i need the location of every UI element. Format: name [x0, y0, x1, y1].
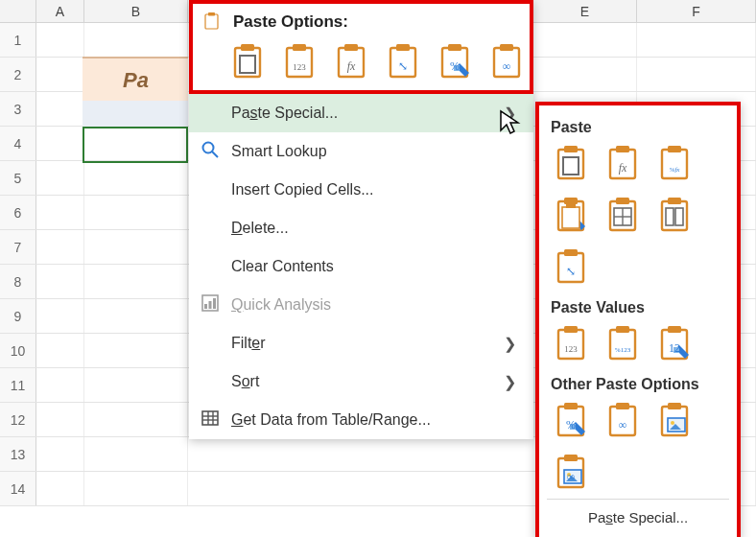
- paste-column-widths-icon[interactable]: [654, 194, 697, 236]
- cell[interactable]: [36, 127, 84, 160]
- cell[interactable]: [36, 265, 84, 298]
- cell[interactable]: [188, 437, 533, 471]
- cell[interactable]: [36, 23, 84, 57]
- paste-formatting-icon[interactable]: %: [437, 40, 475, 82]
- cell[interactable]: [36, 334, 84, 367]
- cell[interactable]: [36, 58, 84, 91]
- col-header-A[interactable]: A: [36, 0, 84, 22]
- svg-text:fx: fx: [347, 59, 356, 73]
- cell[interactable]: [84, 161, 188, 195]
- select-all-corner[interactable]: [0, 0, 36, 22]
- svg-rect-25: [566, 203, 576, 208]
- cell[interactable]: [84, 472, 188, 505]
- row-header[interactable]: 4: [0, 127, 36, 160]
- menu-item-insert_copied[interactable]: Insert Copied Cells...: [189, 171, 533, 209]
- cell[interactable]: [84, 403, 188, 436]
- paste-formatting-icon[interactable]: %: [551, 399, 593, 441]
- flyout-icon-row: 123%12312: [547, 322, 729, 370]
- flyout-section-title: Other Paste Options: [547, 370, 729, 399]
- cell[interactable]: [637, 23, 756, 57]
- menu-item-smart_lookup[interactable]: Smart Lookup: [189, 132, 533, 171]
- menu-item-filter[interactable]: Filter❯: [189, 324, 533, 362]
- cell[interactable]: [36, 368, 84, 402]
- svg-text:123: 123: [564, 344, 578, 354]
- cell[interactable]: [533, 58, 637, 91]
- cell[interactable]: [36, 161, 84, 195]
- paste-link-icon[interactable]: ∞: [602, 399, 645, 441]
- cell[interactable]: [533, 23, 637, 57]
- menu-item-get_data[interactable]: Get Data from Table/Range...: [189, 401, 533, 439]
- flyout-paste-special[interactable]: Paste Special...: [547, 499, 729, 533]
- row-header[interactable]: 1: [0, 23, 36, 57]
- svg-text:%: %: [450, 59, 460, 73]
- svg-text:∞: ∞: [619, 418, 627, 432]
- cell[interactable]: [188, 472, 533, 505]
- col-header-E[interactable]: E: [533, 0, 637, 22]
- menu-item-label: Quick Analysis: [231, 296, 331, 314]
- cell[interactable]: [84, 230, 188, 264]
- svg-text:fx: fx: [619, 161, 627, 175]
- paste-linked-picture-icon[interactable]: ∞: [551, 451, 593, 493]
- menu-item-paste_special[interactable]: Paste Special...❯: [189, 94, 533, 132]
- cell[interactable]: [84, 196, 188, 229]
- paste-all-icon[interactable]: [551, 142, 593, 184]
- cell[interactable]: [637, 58, 756, 91]
- svg-rect-14: [213, 298, 216, 309]
- paste-values-source-fmt-icon[interactable]: 12: [654, 322, 697, 364]
- cell[interactable]: [36, 299, 84, 333]
- paste-formulas-icon[interactable]: fx: [333, 40, 371, 82]
- row-header[interactable]: 3: [0, 92, 36, 126]
- cell[interactable]: [36, 230, 84, 264]
- cell[interactable]: [36, 92, 84, 126]
- row-header[interactable]: 14: [0, 472, 36, 505]
- row-header[interactable]: 2: [0, 58, 36, 91]
- paste-transpose-icon[interactable]: ⤡: [551, 245, 593, 288]
- cell[interactable]: [36, 403, 84, 436]
- cell[interactable]: [84, 368, 188, 402]
- row-header[interactable]: 10: [0, 334, 36, 367]
- paste-picture-icon[interactable]: [654, 399, 697, 441]
- paste-values-icon[interactable]: 123: [551, 322, 593, 364]
- cell[interactable]: [36, 437, 84, 471]
- paste-options-group: Paste Options: 123fx⤡%∞: [189, 0, 533, 94]
- paste-link-icon[interactable]: ∞: [488, 40, 527, 82]
- paste-transpose-icon[interactable]: ⤡: [385, 40, 423, 82]
- context-menu: Paste Options: 123fx⤡%∞ Paste Special...…: [189, 0, 533, 439]
- menu-item-label: Delete...: [231, 220, 289, 237]
- paste-all-icon[interactable]: [229, 40, 268, 82]
- col-header-B[interactable]: B: [84, 0, 188, 22]
- row-header[interactable]: 8: [0, 265, 36, 298]
- row-header[interactable]: 5: [0, 161, 36, 195]
- cell[interactable]: [36, 472, 84, 505]
- row-header[interactable]: 11: [0, 368, 36, 402]
- paste-values-icon[interactable]: 123: [281, 40, 319, 82]
- row-header[interactable]: 9: [0, 299, 36, 333]
- cell[interactable]: [84, 437, 188, 471]
- row-header[interactable]: 7: [0, 230, 36, 264]
- svg-text:12: 12: [669, 341, 680, 355]
- cell[interactable]: [84, 299, 188, 333]
- clipboard-icon: [202, 12, 224, 33]
- paste-no-borders-icon[interactable]: [602, 194, 645, 236]
- paste-formulas-icon[interactable]: fx: [602, 142, 645, 184]
- cell[interactable]: [84, 334, 188, 367]
- menu-item-sort[interactable]: Sort❯: [189, 362, 533, 401]
- flyout-icon-row: fx%fx⤡: [547, 142, 729, 293]
- paste-values-number-fmt-icon[interactable]: %123: [602, 322, 645, 364]
- paste-keep-source-fmt-icon[interactable]: [551, 194, 593, 236]
- menu-item-label: Get Data from Table/Range...: [231, 411, 431, 429]
- svg-text:%fx: %fx: [670, 166, 681, 174]
- col-header-F[interactable]: F: [637, 0, 756, 22]
- row-header[interactable]: 12: [0, 403, 36, 436]
- paste-formulas-number-fmt-icon[interactable]: %fx: [654, 142, 697, 184]
- search-icon: [201, 140, 220, 163]
- row-header[interactable]: 13: [0, 437, 36, 471]
- menu-item-clear_contents[interactable]: Clear Contents: [189, 247, 533, 286]
- cell[interactable]: [36, 196, 84, 229]
- row-header[interactable]: 6: [0, 196, 36, 229]
- cell[interactable]: [84, 23, 188, 57]
- cell[interactable]: [84, 127, 188, 160]
- menu-item-delete[interactable]: Delete...: [189, 209, 533, 247]
- cell[interactable]: [84, 265, 188, 298]
- menu-item-label: Paste Special...: [231, 105, 338, 122]
